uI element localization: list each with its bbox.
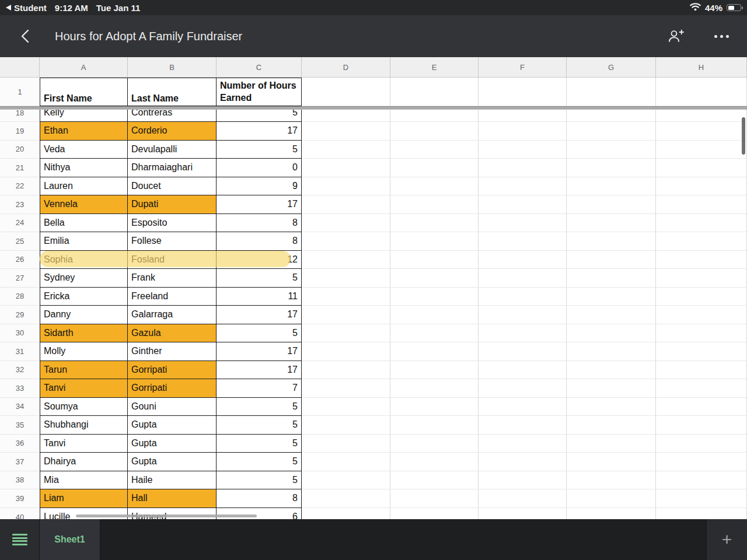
cell-first-name[interactable]: Tanvi — [40, 435, 128, 453]
cell-first-name[interactable]: Lucille — [40, 508, 128, 520]
empty-cell[interactable] — [567, 398, 656, 416]
hours-header-cell[interactable]: Number of Hours Earned — [217, 78, 302, 106]
row-number[interactable]: 39 — [0, 489, 40, 508]
horizontal-scrollbar[interactable] — [76, 514, 257, 517]
back-button[interactable] — [13, 23, 39, 49]
empty-cell[interactable] — [567, 269, 656, 288]
empty-cell[interactable] — [479, 489, 567, 508]
empty-cell[interactable] — [390, 416, 479, 435]
row-number[interactable]: 36 — [0, 435, 40, 453]
cell-first-name[interactable]: Liam — [40, 489, 128, 508]
cell-hours[interactable]: 5 — [217, 398, 302, 416]
empty-cell[interactable] — [390, 195, 479, 214]
empty-cell[interactable] — [567, 232, 656, 251]
cell-hours[interactable]: 5 — [217, 141, 302, 159]
cell-hours[interactable]: 5 — [217, 416, 302, 435]
empty-cell[interactable] — [567, 342, 656, 361]
empty-cell[interactable] — [656, 489, 747, 508]
empty-cell[interactable] — [656, 471, 747, 490]
empty-cell[interactable] — [656, 453, 747, 471]
row-number[interactable]: 18 — [0, 110, 40, 122]
empty-cell[interactable] — [567, 122, 656, 141]
cell-first-name[interactable]: Lauren — [40, 177, 128, 196]
empty-cell[interactable] — [656, 251, 747, 270]
column-header-f[interactable]: F — [479, 57, 567, 77]
share-add-people-button[interactable] — [663, 23, 689, 49]
empty-cell[interactable] — [479, 379, 567, 398]
cell-hours[interactable]: 8 — [217, 232, 302, 251]
column-header-a[interactable]: A — [40, 57, 128, 77]
empty-cell[interactable] — [479, 288, 567, 306]
cell-last-name[interactable]: Gupta — [128, 416, 217, 435]
cell-hours[interactable]: 0 — [217, 159, 302, 177]
row-number[interactable]: 22 — [0, 177, 40, 196]
empty-cell[interactable] — [302, 489, 390, 508]
cell-first-name[interactable]: Tarun — [40, 361, 128, 380]
cell-last-name[interactable]: Hall — [128, 489, 217, 508]
empty-cell[interactable] — [656, 195, 747, 214]
empty-cell[interactable] — [479, 361, 567, 380]
sheet-tab-sheet1[interactable]: Sheet1 — [40, 519, 100, 560]
empty-cell[interactable] — [479, 508, 567, 520]
cell-hours[interactable]: 5 — [217, 453, 302, 471]
empty-cell[interactable] — [567, 416, 656, 435]
cell-first-name[interactable]: Dhairya — [40, 453, 128, 471]
cell-last-name[interactable]: Devulapalli — [128, 141, 217, 159]
empty-cell[interactable] — [302, 110, 390, 122]
empty-cell[interactable] — [479, 177, 567, 196]
cell-last-name[interactable]: Gouni — [128, 398, 217, 416]
row-number[interactable]: 35 — [0, 416, 40, 435]
cell-last-name[interactable]: Gorripati — [128, 379, 217, 398]
empty-cell[interactable] — [302, 342, 390, 361]
row-number[interactable]: 23 — [0, 195, 40, 214]
empty-cell[interactable] — [302, 122, 390, 141]
empty-cell[interactable] — [390, 435, 479, 453]
cell-hours[interactable]: 6 — [217, 508, 302, 520]
empty-cell[interactable] — [302, 471, 390, 490]
empty-cell[interactable] — [479, 214, 567, 233]
last-name-header-cell[interactable]: Last Name — [128, 78, 217, 106]
column-header-e[interactable]: E — [390, 57, 479, 77]
empty-cell[interactable] — [567, 141, 656, 159]
row-number[interactable]: 37 — [0, 453, 40, 471]
empty-cell[interactable] — [656, 342, 747, 361]
cell-first-name[interactable]: Sydney — [40, 269, 128, 288]
row-number[interactable]: 40 — [0, 508, 40, 520]
empty-cell[interactable] — [390, 177, 479, 196]
empty-cell[interactable] — [302, 232, 390, 251]
column-header-d[interactable]: D — [302, 57, 390, 77]
cell-hours[interactable]: 12 — [217, 251, 302, 270]
cell-last-name[interactable]: Dharmaiaghari — [128, 159, 217, 177]
empty-cell[interactable] — [656, 324, 747, 343]
empty-cell[interactable] — [656, 508, 747, 520]
row-number[interactable]: 32 — [0, 361, 40, 380]
cell-last-name[interactable]: Gorripati — [128, 361, 217, 380]
empty-cell[interactable] — [479, 435, 567, 453]
empty-cell[interactable] — [302, 141, 390, 159]
empty-cell[interactable] — [302, 416, 390, 435]
cell-last-name[interactable]: Gupta — [128, 453, 217, 471]
empty-cell[interactable] — [479, 471, 567, 490]
cell-hours[interactable]: 5 — [217, 324, 302, 343]
cell-hours[interactable]: 5 — [217, 435, 302, 453]
cell-hours[interactable]: 8 — [217, 489, 302, 508]
empty-cell[interactable] — [390, 78, 479, 106]
cell-first-name[interactable]: Molly — [40, 342, 128, 361]
empty-cell[interactable] — [390, 471, 479, 490]
add-sheet-button[interactable]: + — [706, 519, 747, 560]
empty-cell[interactable] — [479, 306, 567, 324]
back-to-app-indicator[interactable]: Student — [6, 3, 47, 13]
empty-cell[interactable] — [479, 110, 567, 122]
empty-cell[interactable] — [302, 288, 390, 306]
cell-first-name[interactable]: Mia — [40, 471, 128, 490]
row-number[interactable]: 26 — [0, 251, 40, 270]
empty-cell[interactable] — [567, 214, 656, 233]
row-number[interactable]: 20 — [0, 141, 40, 159]
empty-cell[interactable] — [302, 159, 390, 177]
empty-cell[interactable] — [567, 78, 656, 106]
sheets-menu-button[interactable] — [0, 519, 40, 560]
empty-cell[interactable] — [656, 269, 747, 288]
empty-cell[interactable] — [390, 508, 479, 520]
empty-cell[interactable] — [656, 398, 747, 416]
cell-last-name[interactable]: Galarraga — [128, 306, 217, 324]
